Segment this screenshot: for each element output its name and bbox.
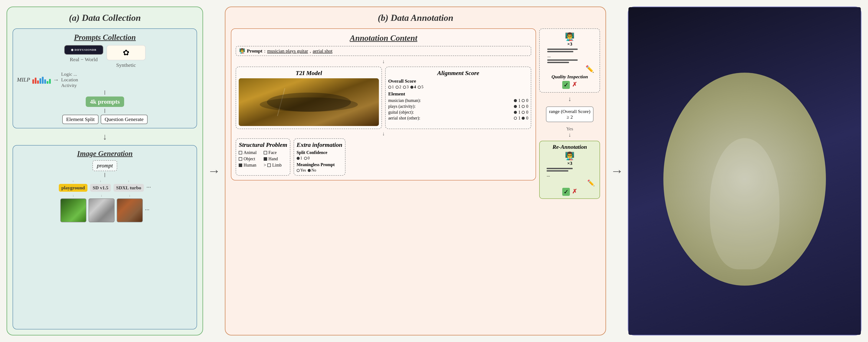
panel-a: (a) Data Collection Prompts Collection ◉… — [6, 6, 203, 336]
split-0: 0 — [304, 156, 310, 161]
elem-guitar: guital (object): 10 — [388, 109, 528, 115]
arrow-a-b: → — [208, 6, 220, 336]
alignment-box: Alignment Score Overall Score 1 2 3 4 5 — [385, 67, 531, 129]
radio-5: 5 — [418, 85, 423, 89]
split-conf-label: Split Confidence — [297, 150, 342, 155]
prompt-annotation-box: 👨‍🏫 Prompt : musician plays guitar , aer… — [236, 46, 531, 56]
panel-b: (b) Data Annotation Annotation Content 👨… — [225, 6, 606, 336]
struct-grid: Animal Face Object — [239, 150, 287, 168]
lines-section-2: ... — [542, 168, 597, 178]
check-mark: ✓ — [562, 81, 570, 89]
b-right: 👨‍🏫 ×3 ... ✏️ Quality Inspection ✓ ✗ — [539, 28, 600, 330]
sources-row: ◉ DIFFUSIONDB Real − World ✿ Synthetic — [17, 45, 193, 68]
overall-score-label: Overall Score — [388, 78, 528, 84]
check-cross-2: ✓ ✗ — [542, 188, 597, 196]
pencil-icon-2: ✏️ — [542, 179, 597, 186]
re-annotation-box: Re-Annotation 👨‍🏫 ×3 ... ✏️ ✓ ✗ — [539, 141, 600, 199]
radio-4: 4 — [410, 85, 416, 89]
meaningless-section: Meaningless Prompt Yes No — [297, 162, 342, 173]
prompt-box: prompt — [92, 160, 117, 171]
thumb-gray — [89, 198, 115, 222]
radio-1: 1 — [388, 85, 394, 89]
lines-section: ... — [543, 48, 596, 63]
arrow-b-c: → — [611, 6, 623, 336]
prompt-musician: musician plays guitar — [267, 48, 308, 54]
yes-section: Yes ↓ — [566, 126, 573, 138]
thumb-green — [60, 198, 86, 222]
two-col: T2I Model Alignment Score — [236, 67, 531, 129]
panel-c: (c) Evaluation Methods FGA-BLIP2 Prompt:… — [628, 6, 862, 336]
quality-title: Quality Inspection — [543, 74, 596, 79]
re-annotation-title: Re-Annotation — [542, 144, 597, 150]
meaningless-label: Meaningless Prompt — [297, 162, 342, 167]
logic-list: Logic ...LocationActivity — [61, 71, 78, 88]
panel-a-title: (a) Data Collection — [12, 12, 197, 23]
radio-3: 3 — [403, 85, 409, 89]
sd-label: SD v1.5 — [90, 184, 111, 192]
prompts-title: Prompts Collection — [17, 33, 193, 42]
dots-images: ... — [145, 205, 150, 212]
mean-no: No — [308, 168, 316, 173]
milp-label: MILP — [17, 76, 30, 83]
image-thumbnails: ↓ ↓ ↓ ... — [17, 194, 193, 222]
milp-row: MILP → Logic ...LocationActivity — [17, 71, 193, 88]
annotator-icon-2: 👨‍🏫 — [542, 151, 597, 161]
align-title: Alignment Score — [388, 70, 528, 76]
checkbox-animal — [239, 151, 242, 155]
extra-box: Extra information Split Confidence 1 0 M… — [293, 138, 345, 176]
radio-2: 2 — [396, 85, 401, 89]
check-mark-2: ✓ — [562, 188, 570, 196]
split-1: 1 — [297, 156, 302, 161]
prompts-4k-label: 4k prompts — [86, 97, 124, 107]
down-arrow-a: ↓ — [12, 132, 197, 142]
element-score-label: Element — [388, 91, 528, 97]
main-container: (a) Data Collection Prompts Collection ◉… — [6, 6, 862, 336]
times-3-bottom: ×3 — [542, 161, 597, 166]
checkbox-object — [239, 157, 242, 161]
cross-mark: ✗ — [572, 81, 577, 89]
b-content: Annotation Content 👨‍🏫 Prompt : musician… — [231, 28, 600, 330]
annotation-title: Annotation Content — [236, 33, 531, 43]
struct-title: Structural Problem — [239, 141, 287, 148]
synthetic-box: ✿ — [106, 45, 146, 60]
t2i-title: T2I Model — [239, 70, 379, 76]
bar-chart — [32, 76, 51, 84]
down-arrow-2col: ↓ — [236, 131, 531, 137]
checkbox-face — [264, 151, 267, 155]
struct-human: Human — [239, 163, 262, 168]
quality-box: 👨‍🏫 ×3 ... ✏️ Quality Inspection ✓ ✗ — [539, 28, 600, 93]
guitar-image — [239, 78, 379, 126]
image-gen-title: Image Generation — [17, 149, 193, 158]
split-conf-row: 1 0 — [297, 156, 342, 161]
diffusion-db-box: ◉ DIFFUSIONDB — [64, 45, 103, 55]
pencil-icon-1: ✏️ — [543, 65, 596, 73]
elem-musician: musician (human): 10 — [388, 98, 528, 103]
openai-icon: ✿ — [111, 48, 141, 57]
arrow-yes: ↓ — [566, 132, 573, 138]
real-world-label: Real − World — [70, 57, 97, 63]
small-boxes-row: Element Split Question Generate — [17, 115, 193, 124]
prompt-aerial: aerial shot — [313, 48, 333, 54]
dots-models: ... — [147, 182, 151, 189]
structural-box: Structural Problem Animal Face — [236, 138, 290, 176]
moon-img — [638, 172, 677, 206]
struct-hand: Hand — [264, 157, 287, 161]
cross-mark-2: ✗ — [572, 188, 577, 196]
question-generate-box: Question Generate — [101, 115, 147, 124]
sdxl-label: SDXL turbo — [114, 184, 144, 192]
yes-label: Yes — [566, 126, 573, 132]
arrow-quality-down: ↓ — [568, 95, 571, 103]
split-conf: Split Confidence 1 0 — [297, 150, 342, 161]
4k-section: 4k prompts — [17, 91, 193, 113]
t2i-box: T2I Model — [236, 67, 382, 129]
image-gen-section: Image Generation prompt ↓ playground ↓ S… — [12, 145, 197, 330]
arrow-right: → — [53, 76, 59, 83]
element-split-box: Element Split — [62, 115, 98, 124]
radio-row: 1 2 3 4 5 — [388, 85, 528, 89]
struct-gt-limb: > Limb — [264, 163, 287, 168]
struct-object: Object — [239, 157, 262, 161]
elem-aerial: aerial shot (other): 10 — [388, 115, 528, 121]
range-box: range (Overall Score)≥ 2 — [546, 106, 593, 122]
thumb-brown — [117, 198, 143, 222]
playground-label: playground — [59, 184, 88, 192]
